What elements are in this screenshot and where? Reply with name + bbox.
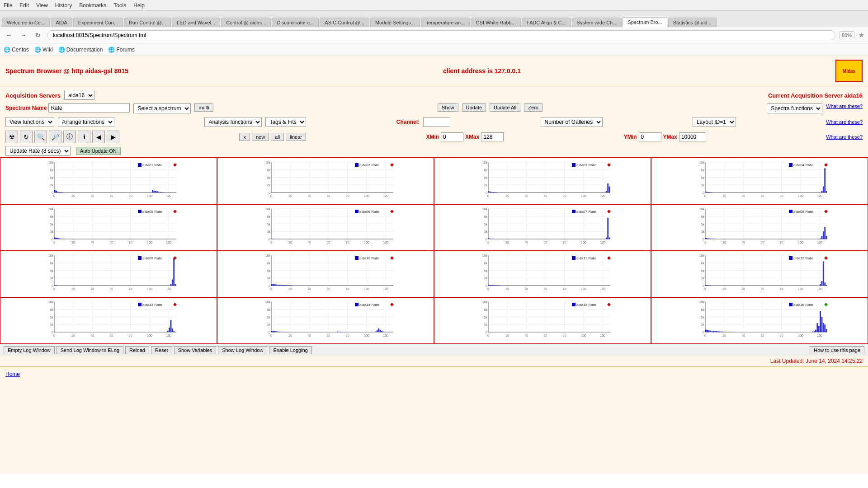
chart-cell-aida10[interactable]: 03k5k8k10k020406080100120aida10 Rate — [217, 251, 434, 297]
chart-cell-aida15[interactable]: 03k5k8k10k020406080100120aida15 Rate — [434, 297, 651, 344]
chart-cell-aida06[interactable]: 03k5k8k10k020406080100120aida06 Rate — [217, 204, 434, 251]
arrange-functions-select[interactable]: Arrange functions — [58, 117, 114, 127]
svg-text:80: 80 — [346, 241, 349, 244]
what-are-these-3[interactable]: What are these? — [826, 134, 863, 140]
tab-gsi[interactable]: GSI White Rabb... — [471, 18, 521, 27]
chart-cell-aida13[interactable]: 03k5k8k10k020406080100120aida13 Rate — [0, 297, 217, 344]
update-button[interactable]: Update — [462, 103, 486, 112]
empty-log-button[interactable]: Empty Log Window — [4, 346, 55, 354]
chart-cell-aida07[interactable]: 03k5k8k10k020406080100120aida07 Rate — [434, 204, 651, 251]
reset-button[interactable]: Reset — [151, 346, 172, 354]
show-log-window-button[interactable]: Show Log Window — [218, 346, 267, 354]
bookmark-wiki[interactable]: 🌐 Wiki — [34, 47, 53, 53]
tab-control[interactable]: Control @ aidas... — [221, 18, 271, 27]
bookmark-documentation[interactable]: 🌐 Documentation — [58, 47, 103, 53]
how-to-button[interactable]: How to use this page — [810, 346, 864, 354]
ymin-input[interactable] — [639, 132, 661, 141]
tags-fits-select[interactable]: Tags & Fits — [265, 117, 306, 127]
tab-welcome[interactable]: Welcome to Ce... — [2, 18, 50, 27]
chart-cell-aida08[interactable]: 03k5k8k10k020406080100120aida08 Rate — [651, 204, 868, 251]
arrow-right-icon-btn[interactable]: ▶ — [107, 131, 119, 143]
spectra-functions-select[interactable]: Spectra functions — [767, 103, 822, 113]
enable-logging-button[interactable]: Enable Logging — [269, 346, 311, 354]
zoom-in-icon-btn[interactable]: 🔍 — [34, 131, 47, 143]
tab-system[interactable]: System wide Ch... — [572, 18, 622, 27]
what-are-these-1[interactable]: What are these? — [826, 103, 863, 109]
chart-cell-aida09[interactable]: 03k5k8k10k020406080100120aida09 Rate — [0, 251, 217, 297]
info-icon-btn[interactable]: ℹ — [78, 131, 90, 143]
linear-button[interactable]: linear — [286, 133, 306, 141]
send-log-button[interactable]: Send Log Window to ELog — [57, 346, 123, 354]
acquisition-server-select[interactable]: aida16 — [64, 91, 94, 100]
layout-id-select[interactable]: Layout ID=1 — [693, 117, 736, 127]
tab-run-control[interactable]: Run Control @... — [124, 18, 171, 27]
tab-module[interactable]: Module Settings... — [370, 18, 420, 27]
tab-fadc[interactable]: FADC Align & C... — [522, 18, 571, 27]
svg-rect-98 — [488, 191, 490, 192]
svg-text:10k: 10k — [48, 207, 54, 211]
all-button[interactable]: all — [271, 133, 284, 141]
new-button[interactable]: new — [252, 133, 269, 141]
what-are-these-2[interactable]: What are these? — [826, 119, 863, 125]
zoom-out-icon-btn[interactable]: 🔎 — [49, 131, 61, 143]
multi-button[interactable]: multi — [194, 103, 213, 112]
menu-view[interactable]: View — [36, 2, 48, 9]
hazard-icon-btn[interactable]: ☢ — [5, 131, 18, 143]
tab-spectrum[interactable]: Spectrum Bro... — [623, 17, 667, 27]
tab-aida[interactable]: AIDA — [51, 18, 72, 27]
chart-cell-aida12[interactable]: 03k5k8k10k020406080100120aida12 Rate — [651, 251, 868, 297]
chart-cell-aida14[interactable]: 03k5k8k10k020406080100120aida14 Rate — [217, 297, 434, 344]
chart-cell-aida16[interactable]: 03k5k8k10k020406080100120aida16 Rate — [651, 297, 868, 344]
tab-discriminator[interactable]: Discriminator c... — [272, 18, 319, 27]
spectrum-name-input[interactable] — [48, 103, 130, 113]
svg-text:10k: 10k — [699, 254, 705, 257]
menu-history[interactable]: History — [55, 2, 72, 9]
chart-cell-aida05[interactable]: 03k5k8k10k020406080100120aida05 Rate — [0, 204, 217, 251]
svg-marker-291 — [824, 210, 828, 213]
menu-edit[interactable]: Edit — [19, 2, 29, 9]
tab-asic[interactable]: ASIC Control @... — [320, 18, 369, 27]
show-variables-button[interactable]: Show Variables — [174, 346, 217, 354]
chart-cell-aida01[interactable]: 03k5k8k10k020406080100120aida01 Rate — [0, 158, 217, 204]
refresh-icon-btn[interactable]: ↻ — [20, 131, 33, 143]
update-all-button[interactable]: Update All — [490, 103, 520, 112]
show-button[interactable]: Show — [438, 103, 458, 112]
select-spectrum-dropdown[interactable]: Select a spectrum — [133, 103, 191, 113]
reload-nav-button[interactable]: ↻ — [33, 30, 43, 41]
address-input[interactable] — [47, 30, 835, 40]
view-functions-select[interactable]: View functions — [5, 117, 54, 127]
ymax-input[interactable] — [679, 132, 706, 141]
bookmark-star-icon[interactable]: ★ — [858, 31, 864, 39]
forward-button[interactable]: → — [18, 30, 29, 41]
update-rate-select[interactable]: Update Rate (8 secs) — [5, 146, 71, 156]
arrow-left-icon-btn[interactable]: ◀ — [92, 131, 105, 143]
tab-experiment[interactable]: Experiment Con... — [73, 18, 123, 27]
chart-cell-aida11[interactable]: 03k5k8k10k020406080100120aida11 Rate — [434, 251, 651, 297]
home-link[interactable]: Home — [5, 371, 20, 377]
x-button[interactable]: x — [239, 133, 250, 141]
xmin-input[interactable] — [441, 132, 463, 141]
menu-tools[interactable]: Tools — [113, 2, 126, 9]
chart-svg-aida01: 03k5k8k10k020406080100120aida01 Rate — [2, 160, 215, 201]
chart-cell-aida02[interactable]: 03k5k8k10k020406080100120aida02 Rate — [217, 158, 434, 204]
bookmark-centos[interactable]: 🌐 Centos — [4, 47, 29, 53]
svg-rect-354 — [273, 284, 274, 286]
tab-led[interactable]: LED and Wavel... — [172, 18, 220, 27]
channel-input[interactable] — [423, 117, 450, 127]
info-blue-icon-btn[interactable]: ⓘ — [63, 131, 76, 143]
number-of-galleries-select[interactable]: Number of Galleries — [541, 117, 603, 127]
menu-bookmarks[interactable]: Bookmarks — [79, 2, 106, 9]
chart-cell-aida04[interactable]: 03k5k8k10k020406080100120aida04 Rate — [651, 158, 868, 204]
menu-file[interactable]: File — [4, 2, 12, 9]
menu-help[interactable]: Help — [133, 2, 145, 9]
auto-update-button[interactable]: Auto Update ON — [76, 147, 121, 155]
zero-button[interactable]: Zero — [524, 103, 542, 112]
back-button[interactable]: ← — [4, 30, 14, 41]
chart-cell-aida03[interactable]: 03k5k8k10k020406080100120aida03 Rate — [434, 158, 651, 204]
bookmark-forums[interactable]: 🌐 Forums — [108, 47, 135, 53]
tab-temperature[interactable]: Temperature an... — [421, 18, 470, 27]
analysis-functions-select[interactable]: Analysis functions — [204, 117, 262, 127]
tab-statistics[interactable]: Statistics @ aid... — [668, 18, 717, 27]
xmax-input[interactable] — [481, 132, 504, 141]
reload-button[interactable]: Reload — [125, 346, 149, 354]
